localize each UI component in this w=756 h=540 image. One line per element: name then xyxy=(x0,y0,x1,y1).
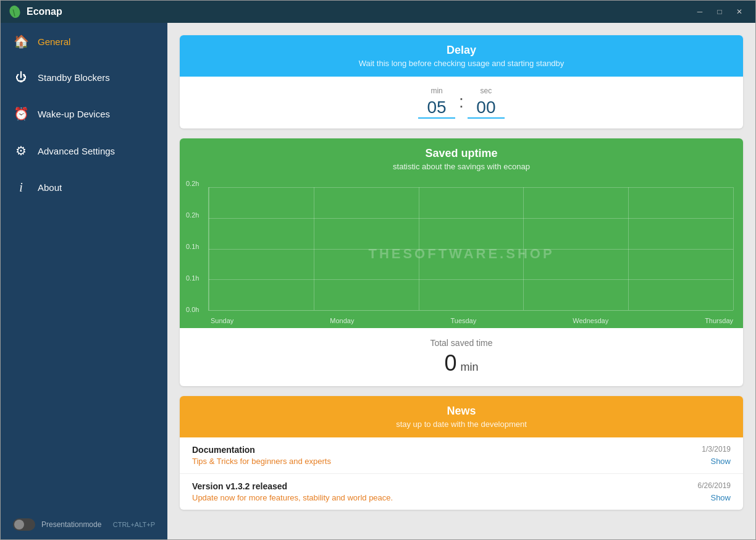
uptime-header: Saved uptime statistic about the savings… xyxy=(180,138,743,180)
restore-button[interactable]: □ xyxy=(711,5,728,19)
sidebar-item-standby-label: Standby Blockers xyxy=(38,72,110,83)
min-value[interactable]: 05 xyxy=(418,98,455,119)
y-label-1: 0.2h xyxy=(186,211,199,219)
news-item-0-desc: Tips & Tricks for beginners and experts xyxy=(192,457,331,466)
news-header: News stay up to date with the developmen… xyxy=(180,396,743,437)
x-label-wednesday: Wednesday xyxy=(573,317,608,324)
sidebar-item-wakeup-label: Wake-up Devices xyxy=(38,109,110,119)
sidebar-item-advanced-label: Advanced Settings xyxy=(38,146,115,156)
title-bar: Econap ─ □ ✕ xyxy=(1,1,755,23)
sidebar-item-general[interactable]: 🏠 General xyxy=(1,23,167,60)
toggle-knob xyxy=(14,520,24,529)
chart-area: 0.2h 0.2h 0.1h 0.1h 0.0h xyxy=(180,180,743,328)
grid-v-0 xyxy=(209,187,209,310)
power-icon: ⏻ xyxy=(13,71,29,84)
grid-h-3 xyxy=(209,279,733,280)
minimize-button[interactable]: ─ xyxy=(691,5,708,19)
home-icon: 🏠 xyxy=(13,34,29,49)
uptime-total-label: Total saved time xyxy=(190,338,733,348)
news-card: News stay up to date with the developmen… xyxy=(180,396,743,510)
news-item-1-desc: Update now for more features, stability … xyxy=(192,493,393,502)
news-item-1-body: Update now for more features, stability … xyxy=(192,493,731,502)
uptime-subtitle: statistic about the savings with econap xyxy=(192,162,731,171)
sidebar-item-about-label: About xyxy=(38,182,62,193)
sidebar-item-general-label: General xyxy=(38,36,70,47)
news-subtitle: stay up to date with the development xyxy=(192,420,731,429)
grid-h-1 xyxy=(209,218,733,219)
grid-h-2 xyxy=(209,249,733,250)
delay-body: min 05 : sec 00 xyxy=(180,77,743,129)
y-label-4: 0.0h xyxy=(186,306,199,313)
seconds-unit: sec 00 xyxy=(468,86,505,119)
grid-v-2 xyxy=(419,187,419,310)
x-label-thursday: Thursday xyxy=(705,317,733,324)
sidebar-item-about[interactable]: i About xyxy=(1,169,167,206)
time-separator: : xyxy=(459,92,464,113)
x-label-monday: Monday xyxy=(330,317,354,324)
news-item-0: Documentation 1/3/2019 Tips & Tricks for… xyxy=(180,437,743,474)
info-icon: i xyxy=(13,180,29,195)
delay-card: Delay Wait this long before checking usa… xyxy=(180,35,743,129)
alarm-icon: ⏰ xyxy=(13,106,29,121)
news-item-1: Version v1.3.2 released 6/26/2019 Update… xyxy=(180,474,743,510)
x-label-tuesday: Tuesday xyxy=(450,317,476,324)
svg-point-0 xyxy=(8,5,22,19)
window-controls: ─ □ ✕ xyxy=(691,5,748,19)
news-item-0-date: 1/3/2019 xyxy=(702,445,731,454)
y-label-2: 0.1h xyxy=(186,243,199,250)
delay-title: Delay xyxy=(192,44,731,57)
news-item-0-title: Documentation xyxy=(192,445,255,455)
uptime-total-value: 0 min xyxy=(190,350,733,376)
news-title: News xyxy=(192,405,731,418)
news-item-0-body: Tips & Tricks for beginners and experts … xyxy=(192,457,731,466)
total-unit: min xyxy=(461,361,479,374)
sec-label: sec xyxy=(481,86,492,95)
grid-h-0 xyxy=(209,187,733,188)
main-content: 🏠 General ⏻ Standby Blockers ⏰ Wake-up D… xyxy=(1,23,755,539)
grid-v-4 xyxy=(628,187,629,310)
gear-icon: ⚙ xyxy=(13,143,29,158)
presentation-label: Presentationmode xyxy=(41,520,101,529)
x-label-sunday: Sunday xyxy=(211,317,233,324)
chart-x-labels: Sunday Monday Tuesday Wednesday Thursday xyxy=(211,317,733,324)
y-label-0: 0.2h xyxy=(186,180,199,187)
presentation-shortcut: CTRL+ALT+P xyxy=(113,521,155,528)
uptime-title: Saved uptime xyxy=(192,147,731,160)
presentation-mode: Presentationmode CTRL+ALT+P xyxy=(1,510,167,539)
uptime-card: Saved uptime statistic about the savings… xyxy=(180,138,743,386)
news-item-1-link[interactable]: Show xyxy=(710,493,731,502)
app-title: Econap xyxy=(27,6,62,17)
news-item-1-title: Version v1.3.2 released xyxy=(192,481,287,491)
delay-subtitle: Wait this long before checking usage and… xyxy=(192,59,731,68)
app-logo: Econap xyxy=(8,5,62,19)
uptime-total: Total saved time 0 min xyxy=(180,328,743,386)
chart-inner xyxy=(208,187,733,311)
sidebar-item-standby-blockers[interactable]: ⏻ Standby Blockers xyxy=(1,60,167,95)
news-item-0-header: Documentation 1/3/2019 xyxy=(192,445,731,455)
close-button[interactable]: ✕ xyxy=(731,5,748,19)
y-label-3: 0.1h xyxy=(186,274,199,282)
news-item-1-date: 6/26/2019 xyxy=(698,481,731,490)
news-item-1-header: Version v1.3.2 released 6/26/2019 xyxy=(192,481,731,491)
grid-v-3 xyxy=(523,187,524,310)
min-label: min xyxy=(430,86,442,95)
grid-v-1 xyxy=(314,187,314,310)
logo-icon xyxy=(8,5,22,19)
content-area: Delay Wait this long before checking usa… xyxy=(167,23,755,539)
total-number: 0 xyxy=(444,350,456,376)
sec-value[interactable]: 00 xyxy=(468,98,505,119)
chart-y-labels: 0.2h 0.2h 0.1h 0.1h 0.0h xyxy=(186,180,199,313)
sidebar-item-wakeup-devices[interactable]: ⏰ Wake-up Devices xyxy=(1,95,167,132)
app-window: Econap ─ □ ✕ 🏠 General ⏻ Standby Blocker… xyxy=(0,0,756,540)
minutes-unit: min 05 xyxy=(418,86,455,119)
sidebar: 🏠 General ⏻ Standby Blockers ⏰ Wake-up D… xyxy=(1,23,167,539)
sidebar-item-advanced-settings[interactable]: ⚙ Advanced Settings xyxy=(1,132,167,169)
delay-header: Delay Wait this long before checking usa… xyxy=(180,35,743,77)
news-item-0-link[interactable]: Show xyxy=(710,457,731,466)
grid-v-5 xyxy=(733,187,734,310)
presentation-toggle[interactable] xyxy=(13,518,35,531)
